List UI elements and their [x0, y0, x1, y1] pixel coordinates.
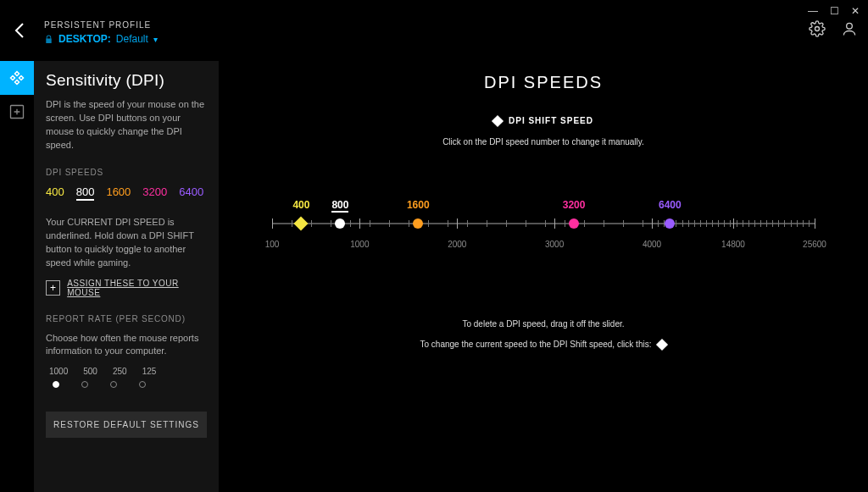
slider-dot-1600[interactable]	[413, 218, 423, 229]
rr-option-1000[interactable]	[53, 381, 59, 388]
crosshair-icon	[8, 69, 25, 86]
restore-defaults-button[interactable]: RESTORE DEFAULT SETTINGS	[46, 412, 207, 438]
axis-label-25600: 25600	[803, 240, 826, 249]
axis-label-1000: 1000	[350, 240, 369, 249]
click-hint: Click on the DPI speed number to change …	[253, 137, 834, 146]
slider-label-1600[interactable]: 1600	[407, 199, 430, 211]
dpi-value-6400[interactable]: 6400	[179, 185, 203, 201]
window-minimize[interactable]: —	[808, 5, 818, 17]
svg-point-0	[815, 27, 820, 31]
rr-option-125[interactable]	[139, 381, 146, 388]
slider-dot-800[interactable]	[335, 218, 345, 229]
lock-icon	[44, 35, 53, 44]
profile-selector[interactable]: DESKTOP: Default ▾	[44, 33, 158, 45]
window-close[interactable]: ✕	[851, 5, 860, 17]
rr-label-125: 125	[142, 367, 157, 376]
dpi-speed-list: 400800160032006400	[46, 185, 207, 201]
shift-hint-diamond-icon[interactable]	[656, 339, 668, 351]
slider-dot-6400[interactable]	[665, 218, 675, 229]
settings-gear-icon[interactable]	[809, 20, 826, 37]
svg-point-1	[847, 23, 853, 29]
slider-label-400[interactable]: 400	[292, 199, 309, 211]
assign-plus-icon[interactable]: +	[46, 280, 60, 296]
slider-label-800[interactable]: 800	[331, 199, 348, 213]
rail-add[interactable]	[0, 95, 34, 129]
dpi-note: Your CURRENT DPI SPEED is underlined. Ho…	[46, 216, 207, 270]
rr-label-1000: 1000	[49, 367, 68, 376]
chevron-down-icon: ▾	[153, 35, 158, 44]
dpi-slider[interactable]: 400800160032006400 100100020003000400014…	[272, 223, 815, 252]
slider-dot-400[interactable]	[294, 217, 309, 231]
rr-label-250: 250	[113, 367, 127, 376]
report-rate-desc: Choose how often the mouse reports infor…	[46, 332, 207, 359]
slider-label-3200[interactable]: 3200	[563, 199, 586, 211]
window-maximize[interactable]: ☐	[830, 5, 839, 17]
dpi-value-800[interactable]: 800	[76, 185, 95, 201]
assign-link[interactable]: ASSIGN THESE TO YOUR MOUSE	[67, 279, 207, 297]
delete-hint: To delete a DPI speed, drag it off the s…	[253, 314, 834, 334]
main-title: DPI SPEEDS	[253, 73, 834, 92]
profile-label: PERSISTENT PROFILE	[44, 20, 158, 30]
axis-label-14800: 14800	[721, 240, 745, 249]
dpi-value-400[interactable]: 400	[46, 185, 64, 201]
rr-option-500[interactable]	[81, 381, 88, 388]
account-icon[interactable]	[841, 20, 858, 37]
axis-label-3000: 3000	[545, 240, 564, 249]
axis-label-100: 100	[265, 240, 280, 249]
panel-desc: DPI is the speed of your mouse on the sc…	[46, 98, 207, 152]
axis-label-4000: 4000	[643, 240, 661, 249]
rr-label-500: 500	[83, 367, 97, 376]
dpi-value-1600[interactable]: 1600	[106, 185, 131, 201]
plus-square-icon	[8, 103, 25, 120]
rr-option-250[interactable]	[110, 381, 117, 388]
slider-label-6400[interactable]: 6400	[659, 199, 682, 211]
panel-title: Sensitivity (DPI)	[46, 71, 207, 90]
back-arrow-icon[interactable]	[10, 20, 31, 41]
rail-sensitivity[interactable]	[0, 61, 34, 95]
slider-dot-3200[interactable]	[569, 218, 579, 229]
report-rate-label: REPORT RATE (PER SECOND)	[46, 314, 207, 323]
profile-name: Default	[116, 33, 148, 45]
dpi-value-3200[interactable]: 3200	[142, 185, 167, 201]
axis-label-2000: 2000	[448, 240, 466, 249]
dpi-speeds-label: DPI SPEEDS	[46, 168, 207, 177]
dpi-shift-label: DPI SHIFT SPEED	[509, 116, 593, 125]
profile-type: DESKTOP:	[58, 33, 111, 45]
dpi-shift-diamond-icon	[492, 114, 504, 126]
shift-hint: To change the current speed to the DPI S…	[420, 334, 652, 355]
